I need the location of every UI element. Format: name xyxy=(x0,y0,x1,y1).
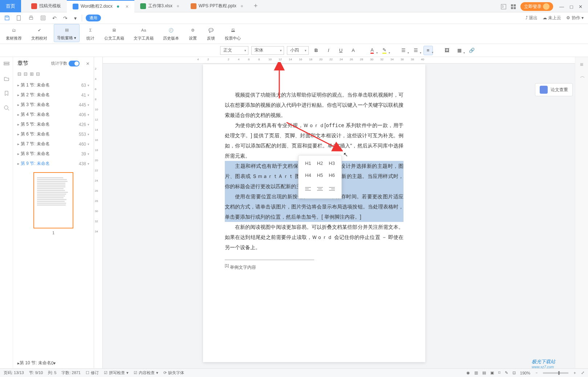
chapter-item[interactable]: ▸第 9 节: 未命名438▾ xyxy=(13,159,94,169)
h2-button[interactable]: H2 xyxy=(317,161,323,166)
collapse-all-icon[interactable]: ⊟ xyxy=(17,71,21,77)
status-font[interactable]: ⟳ 缺失字体 xyxy=(163,370,184,376)
h4-button[interactable]: H4 xyxy=(305,173,311,178)
rail-expand-icon[interactable]: ≡ xyxy=(580,61,583,68)
h3-button[interactable]: H3 xyxy=(329,161,335,166)
chapter-item[interactable]: ▸第 3 节: 未命名445▾ xyxy=(13,100,94,110)
h1-button[interactable]: H1 xyxy=(305,161,311,166)
collab-button[interactable]: ⚙ 协作 ▾ xyxy=(566,15,584,21)
ribbon-material[interactable]: 🗂素材推荐 xyxy=(3,25,25,42)
expand-all-icon[interactable]: ⊟ xyxy=(24,71,28,77)
login-button[interactable]: 立即登录 xyxy=(520,2,553,11)
home-tab[interactable]: 首页 xyxy=(0,0,21,12)
ribbon-history[interactable]: 🕘历史版本 xyxy=(160,25,182,42)
status-revise[interactable]: ☐ 修订 xyxy=(86,370,99,376)
align-center-button[interactable] xyxy=(316,185,324,193)
file-tab-ppt[interactable]: WPS PPT教程.pptx xyxy=(185,0,249,12)
save-icon[interactable] xyxy=(3,15,11,21)
ribbon-vote[interactable]: 🗳投票中心 xyxy=(222,25,244,42)
align-left-button[interactable] xyxy=(304,185,312,193)
h5-button[interactable]: H5 xyxy=(317,173,323,178)
align-right-button[interactable] xyxy=(328,185,336,193)
mode-pill[interactable]: 通用 xyxy=(86,15,101,21)
status-spell[interactable]: ☑ 拼写检查 ▾ xyxy=(104,370,129,376)
new-icon[interactable] xyxy=(15,15,23,21)
ribbon-proofread[interactable]: ✔文档校对 xyxy=(28,25,50,42)
underline-button[interactable]: U xyxy=(336,46,346,55)
view-eye-icon[interactable]: ◉ xyxy=(466,370,470,375)
scroll-up-icon[interactable]: ︿ xyxy=(580,73,585,80)
style-select[interactable]: 正文 xyxy=(220,46,248,55)
rail-folder-icon[interactable] xyxy=(3,75,10,82)
zoom-slider[interactable] xyxy=(543,372,568,374)
status-section[interactable]: 节: 9/10 xyxy=(29,370,43,376)
close-icon[interactable]: × xyxy=(126,4,129,9)
view-page-icon[interactable]: ▥ xyxy=(474,370,478,375)
redo-icon[interactable]: ↷ xyxy=(62,15,69,21)
minimize-button[interactable]: — xyxy=(557,4,566,9)
zoom-fit-icon[interactable]: ⊡ xyxy=(512,370,516,375)
status-page[interactable]: 页码: 13/13 xyxy=(4,370,24,376)
page-thumbnail[interactable]: 1 xyxy=(13,172,94,235)
ribbon-stats[interactable]: Σ统计 xyxy=(83,25,98,42)
highlight-button[interactable]: ✎ xyxy=(380,46,389,55)
document-canvas[interactable]: 246810121416182022242628303234 422468101… xyxy=(94,57,588,368)
chapter-item[interactable]: ▸第 5 节: 未命名426▾ xyxy=(13,119,94,129)
remove-section-icon[interactable]: ⊟ xyxy=(36,71,40,77)
dropdown-icon[interactable]: ▾ xyxy=(73,15,78,21)
file-tab-template[interactable]: 找稿壳模板 xyxy=(25,0,67,12)
zoom-value[interactable]: 190% xyxy=(520,371,530,375)
pen-icon[interactable]: ✎ xyxy=(505,370,508,375)
chapter-item[interactable]: ▸第 8 节: 未命名39▾ xyxy=(13,149,94,159)
file-tab-doc[interactable]: Word教程2.docx × xyxy=(67,0,134,12)
rail-search-icon[interactable] xyxy=(3,104,10,112)
panel-close-icon[interactable]: × xyxy=(86,60,89,66)
font-color-button[interactable]: A xyxy=(368,46,377,55)
ribbon-feedback[interactable]: 💬反馈 xyxy=(204,25,218,42)
add-tab-button[interactable]: + xyxy=(249,2,263,10)
align-button[interactable]: ≡ xyxy=(423,46,433,55)
chapter-item[interactable]: ▸第 4 节: 未命名406▾ xyxy=(13,110,94,119)
chapter-item[interactable]: ▸第 2 节: 未命名41▾ xyxy=(13,90,94,100)
rail-list-icon[interactable] xyxy=(3,61,10,68)
rail-bookmark-icon[interactable] xyxy=(3,90,10,97)
view-web-icon[interactable]: ▣ xyxy=(490,370,494,375)
numbering-button[interactable]: ☰ xyxy=(399,46,408,55)
print-icon[interactable] xyxy=(27,15,35,21)
image-button[interactable]: 🖼 xyxy=(442,46,452,55)
paragraph[interactable]: 视频提供了功能强大的方法帮助你证明你的观点。当你单击联机视频时，可以在想要添加的… xyxy=(225,90,404,120)
ribbon-official[interactable]: 🏛公文工具箱 xyxy=(101,25,127,42)
font-effect-button[interactable]: A xyxy=(349,46,358,55)
status-content[interactable]: ☑ 内容检查 ▾ xyxy=(134,370,158,376)
ribbon-nav[interactable]: ▤导航窗格 ▾ xyxy=(54,24,80,42)
font-select[interactable]: 宋体 xyxy=(251,46,284,55)
chapter-item[interactable]: ▸第 6 节: 未命名553▾ xyxy=(13,129,94,139)
word-count-toggle[interactable] xyxy=(69,61,80,66)
bullets-button[interactable]: ☰ xyxy=(411,46,421,55)
cloud-status[interactable]: ☁ 未上云 xyxy=(543,15,561,21)
status-column[interactable]: 列: 5 xyxy=(48,370,56,376)
ribbon-text-tools[interactable]: Aa文字工具箱 xyxy=(131,25,157,42)
close-button[interactable]: ✕ xyxy=(577,4,584,9)
view-outline-icon[interactable]: ▤ xyxy=(482,370,486,375)
link-button[interactable]: 🔗 xyxy=(467,46,477,55)
size-select[interactable]: 小四 xyxy=(287,46,309,55)
exit-button[interactable]: ⤴ 退出 xyxy=(526,15,538,21)
citation-widget[interactable]: 论文查重 xyxy=(535,83,573,96)
file-tab-xls[interactable]: 工作簿3.xlsx xyxy=(134,0,185,12)
table-button[interactable]: ▦ xyxy=(455,46,464,55)
maximize-button[interactable]: ◻ xyxy=(568,4,575,9)
status-wordcount[interactable]: 字数: 2871 xyxy=(61,370,81,376)
read-mode-icon[interactable]: ⌑ xyxy=(498,370,500,375)
bold-button[interactable]: B xyxy=(312,46,321,55)
fullscreen-icon[interactable]: ⤢ xyxy=(581,370,584,375)
grid-icon[interactable] xyxy=(511,4,516,9)
chapter-item[interactable]: ▸第 1 节: 未命名63▾ xyxy=(13,80,94,90)
h6-button[interactable]: H6 xyxy=(329,173,335,178)
preview-icon[interactable] xyxy=(39,15,47,21)
chapter-item-last[interactable]: ▸ 第 10 节: 未命名 0 ▾ xyxy=(13,358,94,368)
ribbon-settings[interactable]: ⚙设置 xyxy=(186,25,200,42)
italic-button[interactable]: I xyxy=(324,46,333,55)
panel-icon[interactable]: 3 xyxy=(501,4,506,9)
paragraph[interactable]: 在新的阅读视图中阅读更加容易。可以折叠文档某些部分并关注所需文本。如果在达到结尾… xyxy=(225,222,404,252)
